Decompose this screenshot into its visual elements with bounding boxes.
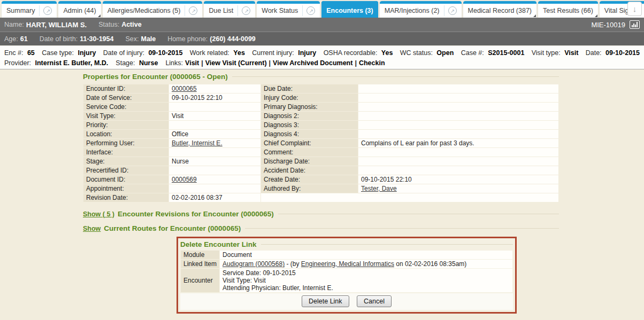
tab-test-results-66[interactable]: Test Results (66) — [538, 1, 598, 18]
property-value-link[interactable]: Butler, Internist E. — [172, 139, 223, 147]
encounter-field-date-of-injury: Date of injury: 09-10-2015 — [103, 49, 183, 57]
property-value — [358, 148, 558, 157]
patient-status: Active — [121, 21, 142, 28]
tab-summary[interactable]: Summary↗ — [2, 1, 57, 18]
demographics-bar: Age:61Date of birth:11-30-1954Sex:MaleHo… — [0, 32, 644, 45]
encounter-field-case-type: Case type: Injury — [42, 49, 96, 57]
demographic-field: Sex:Male — [125, 35, 156, 43]
tab-due-list[interactable]: Due List↗ — [204, 1, 255, 18]
linked-item-suffix: on 02-02-2016 08:35am) — [394, 260, 466, 268]
table-row: Document ID:0000569Create Date:09-10-201… — [83, 175, 558, 184]
property-value — [169, 121, 260, 129]
encounter-link-view-visit-current[interactable]: View Visit (Current) — [205, 59, 267, 67]
field-label: Provider: — [4, 59, 33, 67]
property-label: Create Date: — [261, 175, 358, 184]
name-label: Name: — [4, 21, 24, 28]
cancel-button[interactable]: Cancel — [357, 295, 392, 307]
demographic-field: Date of birth:11-30-1954 — [40, 35, 114, 43]
patient-id: MIE-10019 — [591, 21, 625, 29]
tab-divider — [237, 5, 238, 16]
external-link-icon[interactable]: ↗ — [306, 6, 315, 15]
linked-item-label: Linked Item — [181, 260, 219, 268]
external-link-icon[interactable]: ↗ — [242, 6, 250, 15]
field-value: Internist E. Butler, M.D. — [35, 59, 109, 67]
property-value-link[interactable]: 0000569 — [172, 176, 197, 183]
routes-title: Current Routes for Encounter (0000065) — [104, 224, 241, 232]
tab-body: Medical Record (387) — [463, 4, 537, 18]
property-value — [358, 130, 558, 138]
routes-heading: Show Current Routes for Encounter (00000… — [83, 224, 559, 232]
show-routes-link[interactable]: Show — [83, 225, 101, 232]
tab-encounters-3[interactable]: Encounters (3) — [321, 1, 378, 18]
external-link-icon[interactable]: ↗ — [448, 6, 457, 15]
encounter-link-view-archived-document[interactable]: View Archived Document — [273, 59, 352, 67]
linked-document-link[interactable]: Audiogram (0000568) — [223, 260, 285, 268]
tab-scroll-down-button[interactable]: ↓ — [627, 2, 642, 16]
linked-item-value: Audiogram (0000568) - (by Engineering, M… — [220, 260, 512, 268]
property-value — [358, 84, 558, 93]
tab-label: Encounters (3) — [326, 7, 373, 14]
delete-encounter-link-dialog: Delete Encounter Link Module Document Li… — [177, 237, 517, 314]
field-value: S2015-0001 — [488, 49, 524, 57]
tab-body: Encounters (3) — [321, 4, 378, 18]
tab-label: Admin (44) — [63, 7, 96, 14]
property-value: 0000569 — [169, 175, 260, 184]
encounter-link-checkin[interactable]: Checkin — [359, 59, 385, 67]
encounter-link-visit[interactable]: Visit — [185, 59, 199, 67]
patient-status-field: Status: Active — [98, 21, 141, 28]
link-separator: | — [201, 59, 203, 67]
property-label: Authored By: — [261, 184, 358, 193]
field-label: Case type: — [42, 49, 75, 57]
property-value: Office — [169, 130, 260, 138]
external-link-icon[interactable]: ↗ — [189, 6, 197, 15]
property-value: 02-02-2016 08:37 — [169, 193, 260, 202]
property-value: Butler, Internist E. — [169, 139, 260, 147]
encounter-field-osha-recordable: OSHA recordable: Yes — [324, 49, 393, 57]
linked-user-link[interactable]: Engineering, Medical Informatics — [301, 260, 394, 268]
tab-allergies-medications-5[interactable]: Allergies/Medications (5)↗ — [103, 1, 203, 18]
tab-medical-record-387[interactable]: Medical Record (387) — [463, 1, 537, 18]
delete-link-button[interactable]: Delete Link — [302, 295, 349, 307]
property-value: Nurse — [169, 157, 260, 166]
properties-title: Properties for Encounter (0000065 - Open… — [83, 73, 228, 81]
link-separator: | — [355, 59, 357, 67]
chart-icon[interactable] — [630, 20, 640, 29]
property-value: Tester, Dave — [358, 184, 558, 193]
property-value-link[interactable]: 0000065 — [172, 85, 197, 92]
external-link-icon[interactable]: ↗ — [43, 6, 52, 15]
heading-rule — [232, 76, 559, 77]
property-label: Encounter ID: — [83, 84, 168, 93]
property-value — [358, 166, 558, 175]
module-value: Document — [220, 251, 512, 259]
property-label: Primary Diagnosis: — [261, 103, 358, 111]
tab-label: Medical Record (387) — [468, 7, 532, 14]
encounter-field-enc: Enc #: 65 — [4, 49, 35, 57]
tab-label: Summary — [6, 7, 35, 14]
property-label: Accident Date: — [261, 166, 358, 175]
property-value — [358, 103, 558, 111]
dialog-button-row: Delete Link Cancel — [180, 293, 513, 310]
tab-body: Summary↗ — [2, 4, 57, 18]
property-value-link[interactable]: Tester, Dave — [361, 185, 397, 192]
encounter-info-row-1: Enc #: 65Case type: InjuryDate of injury… — [4, 48, 640, 58]
tab-work-status[interactable]: Work Status↗ — [257, 1, 320, 18]
encounter-label: Encounter — [181, 269, 219, 292]
tab-mar-injections-2[interactable]: MAR/Injections (2)↗ — [380, 1, 462, 18]
field-value: Nurse — [139, 59, 158, 67]
field-label: Visit type: — [532, 49, 562, 57]
show-revisions-link[interactable]: Show ( 5 ) — [83, 210, 114, 218]
dropdown-corner-icon — [98, 14, 101, 17]
dropdown-corner-icon — [595, 14, 597, 17]
encounter-info-row-2: Provider: Internist E. Butler, M.D.Stage… — [4, 58, 640, 68]
field-label: Work related: — [190, 49, 232, 57]
tab-admin-44[interactable]: Admin (44) — [58, 1, 101, 18]
table-row: Precertified ID:Accident Date: — [83, 166, 558, 175]
heading-rule — [261, 244, 513, 245]
revisions-title: Encounter Revisions for Encounter (00000… — [118, 210, 274, 218]
property-value: 0000065 — [169, 84, 260, 93]
property-label: Comment: — [261, 148, 358, 157]
property-label: Discharge Date: — [261, 157, 358, 166]
demographic-field: Age:61 — [4, 35, 28, 43]
link-separator: | — [269, 59, 271, 67]
field-value: 09-10-2015 — [605, 49, 640, 57]
